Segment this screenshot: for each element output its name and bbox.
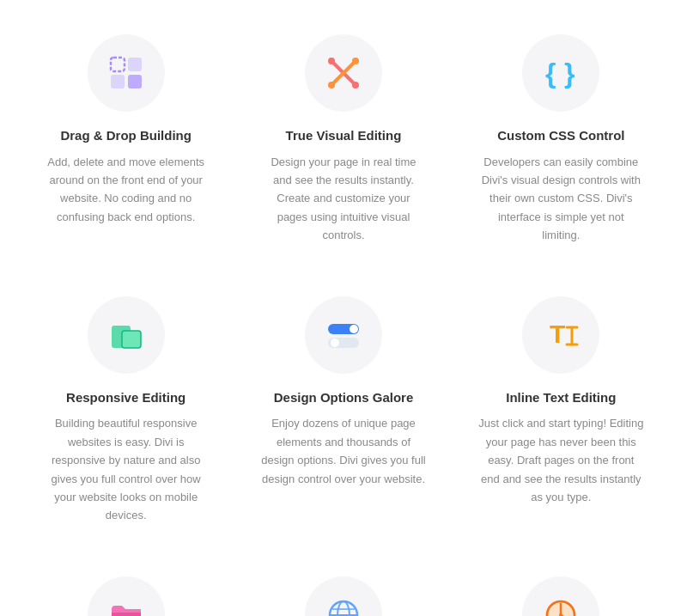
feature-card-design-options: Design Options Galore Enjoy dozens of un… bbox=[243, 279, 443, 551]
svg-rect-0 bbox=[111, 58, 125, 71]
svg-point-6 bbox=[328, 58, 335, 64]
svg-point-17 bbox=[331, 338, 339, 347]
features-grid: Drag & Drop Building Add, delete and mov… bbox=[0, 0, 687, 616]
svg-rect-13 bbox=[122, 331, 141, 348]
feature-card-global-elements: Global Elements & Styles Manage your ent… bbox=[243, 559, 443, 616]
svg-text:{: { bbox=[545, 58, 556, 88]
feature-card-true-visual: True Visual Editing Design your page in … bbox=[243, 17, 443, 271]
svg-point-9 bbox=[328, 82, 335, 88]
design-options-icon-circle bbox=[305, 296, 382, 374]
save-manage-icon-circle bbox=[88, 576, 165, 616]
svg-rect-2 bbox=[111, 75, 125, 88]
design-options-title: Design Options Galore bbox=[274, 389, 414, 406]
custom-css-desc: Developers can easily combine Divi's vis… bbox=[478, 153, 644, 245]
responsive-title: Responsive Editing bbox=[66, 389, 185, 406]
undo-redo-icon-circle bbox=[522, 576, 599, 616]
design-options-desc: Enjoy dozens of unique page elements and… bbox=[260, 414, 426, 488]
inline-text-desc: Just click and start typing! Editing you… bbox=[478, 414, 644, 506]
svg-point-7 bbox=[352, 82, 359, 88]
custom-css-title: Custom CSS Control bbox=[497, 127, 624, 144]
svg-point-15 bbox=[350, 325, 358, 333]
custom-css-icon-circle: { } bbox=[522, 34, 599, 112]
drag-drop-title: Drag & Drop Building bbox=[60, 127, 192, 144]
feature-card-save-manage: Save & Manage Your Designs Save and mana… bbox=[26, 559, 226, 616]
inline-text-title: Inline Text Editing bbox=[506, 389, 616, 406]
svg-rect-1 bbox=[128, 58, 142, 71]
drag-drop-icon-circle bbox=[88, 34, 165, 112]
feature-card-drag-drop: Drag & Drop Building Add, delete and mov… bbox=[26, 17, 226, 271]
feature-card-inline-text: T Inline Text Editing Just click and sta… bbox=[461, 279, 661, 551]
svg-text:T: T bbox=[550, 320, 565, 348]
true-visual-title: True Visual Editing bbox=[286, 127, 402, 144]
feature-card-undo-redo: Undo, Redo, & Revisions Divi works like … bbox=[461, 559, 661, 616]
responsive-icon-circle bbox=[88, 296, 165, 374]
feature-card-responsive: Responsive Editing Building beautiful re… bbox=[26, 279, 226, 551]
inline-text-icon-circle: T bbox=[522, 296, 599, 374]
responsive-desc: Building beautiful responsive websites i… bbox=[43, 414, 209, 525]
svg-point-8 bbox=[352, 58, 359, 64]
true-visual-desc: Design your page in real time and see th… bbox=[260, 153, 426, 245]
drag-drop-desc: Add, delete and move elements around on … bbox=[43, 153, 209, 227]
true-visual-icon-circle bbox=[305, 34, 382, 112]
global-elements-icon-circle bbox=[305, 576, 382, 616]
svg-rect-3 bbox=[128, 75, 142, 88]
feature-card-custom-css: { } Custom CSS Control Developers can ea… bbox=[461, 17, 661, 271]
svg-text:}: } bbox=[564, 58, 575, 88]
